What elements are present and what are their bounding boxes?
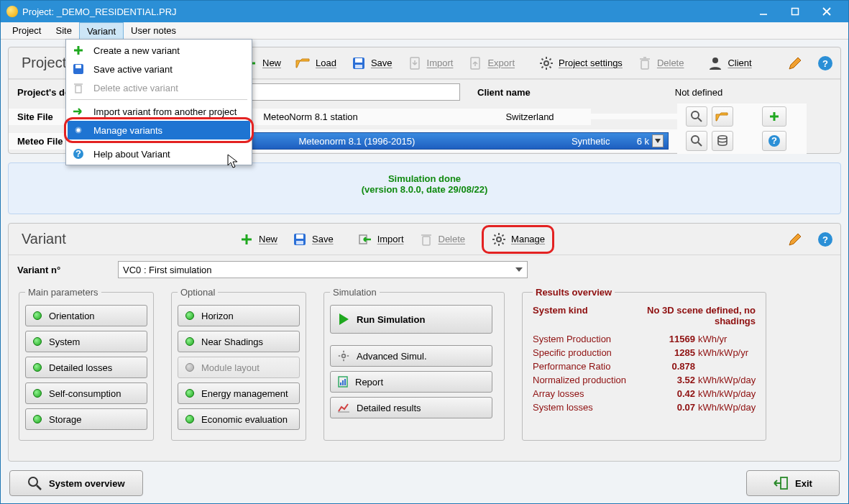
- floppy-icon: [351, 55, 367, 71]
- magnifier-icon: [27, 476, 42, 490]
- svg-point-30: [692, 136, 699, 143]
- menu-create-variant[interactable]: Create a new variant: [68, 41, 250, 60]
- database-icon: [717, 135, 728, 147]
- title-bar: Project: _DEMO_RESIDENTIAL.PRJ: [1, 1, 848, 22]
- status-dot-icon: [185, 415, 194, 423]
- person-icon: [707, 55, 723, 71]
- variant-new-button[interactable]: New: [231, 225, 285, 254]
- variant-dropdown-menu: Create a new variant Save active variant…: [65, 39, 252, 165]
- svg-line-51: [495, 242, 496, 244]
- menu-site[interactable]: Site: [48, 22, 78, 39]
- svg-point-74: [77, 129, 81, 132]
- result-row: Array losses0.42kWh/kWp/day: [533, 388, 756, 399]
- help-icon: ?: [768, 134, 781, 147]
- report-button[interactable]: Report: [330, 371, 492, 393]
- site-country: Switzerland: [469, 109, 591, 125]
- window-maximize-button[interactable]: [779, 1, 811, 22]
- svg-rect-70: [75, 65, 81, 68]
- result-row: System Production11569kWh/yr: [533, 334, 756, 344]
- variant-delete-button[interactable]: Delete: [411, 225, 473, 254]
- variant-toolbar: Variant New Save Import Delete Manage: [9, 224, 840, 255]
- storage-button[interactable]: Storage: [25, 408, 147, 430]
- detailed-results-button[interactable]: Detailed results: [330, 397, 492, 418]
- trash-icon: [418, 232, 434, 247]
- plus-icon: [239, 232, 254, 247]
- svg-rect-61: [342, 380, 344, 385]
- svg-rect-8: [355, 65, 362, 68]
- svg-text:?: ?: [822, 234, 828, 245]
- help-icon: ?: [817, 55, 833, 71]
- svg-line-27: [698, 118, 702, 122]
- bottom-bar: System overview Exit: [1, 466, 848, 503]
- meteo-help-button[interactable]: ?: [762, 131, 786, 151]
- svg-rect-41: [423, 237, 430, 245]
- variant-panel-title: Variant: [9, 231, 231, 247]
- svg-rect-60: [340, 382, 341, 385]
- site-add-button[interactable]: [762, 106, 786, 127]
- svg-line-48: [495, 234, 496, 236]
- client-name-value: Not defined: [591, 84, 807, 101]
- project-edit-button[interactable]: [780, 49, 810, 78]
- run-simulation-button[interactable]: Run Simulation: [330, 305, 492, 334]
- import-arrow-icon: [357, 232, 373, 247]
- near-shadings-button[interactable]: Near Shadings: [178, 331, 300, 352]
- pencil-icon: [787, 232, 803, 247]
- detailed-losses-button[interactable]: Detailed losses: [25, 357, 147, 378]
- variant-groups: Main parameters Orientation System Detai…: [9, 284, 840, 441]
- module-layout-button[interactable]: Module layout: [178, 357, 300, 378]
- menu-delete-active-variant[interactable]: Delete active variant: [68, 78, 250, 97]
- advanced-simulation-button[interactable]: Advanced Simul.: [330, 345, 492, 367]
- project-save-button[interactable]: Save: [344, 49, 400, 78]
- menu-manage-variants[interactable]: Manage variants: [68, 121, 250, 139]
- window-close-button[interactable]: [811, 1, 843, 22]
- system-button[interactable]: System: [25, 331, 147, 352]
- client-name-label: Client name: [469, 84, 591, 101]
- menu-user-notes[interactable]: User notes: [124, 22, 183, 39]
- menu-variant[interactable]: Variant: [79, 22, 124, 39]
- folder-open-icon: [715, 111, 730, 122]
- folder-open-icon: [295, 55, 311, 71]
- menu-save-active-variant[interactable]: Save active variant: [68, 60, 250, 78]
- variant-number-select[interactable]: VC0 : First simulation: [118, 261, 528, 278]
- exit-button[interactable]: Exit: [746, 470, 840, 496]
- site-search-button[interactable]: [686, 106, 707, 127]
- menu-import-variant[interactable]: Import variant from another project: [68, 102, 250, 121]
- chevron-down-icon: [652, 134, 664, 147]
- variant-help-button[interactable]: ?: [810, 225, 840, 254]
- plus-icon: [70, 42, 86, 58]
- svg-text:?: ?: [822, 58, 828, 69]
- gear-icon: [538, 55, 554, 71]
- project-help-button[interactable]: ?: [810, 49, 840, 78]
- variant-manage-button[interactable]: Manage: [482, 225, 554, 254]
- project-load-button[interactable]: Load: [288, 49, 344, 78]
- horizon-button[interactable]: Horizon: [178, 305, 300, 326]
- project-settings-button[interactable]: Project settings: [531, 49, 630, 78]
- simulation-group: Simulation Run Simulation Advanced Simul…: [323, 287, 505, 441]
- gear-icon: [491, 232, 507, 247]
- menu-project[interactable]: Project: [5, 22, 48, 39]
- svg-point-43: [497, 237, 501, 242]
- project-delete-button[interactable]: Delete: [630, 49, 692, 78]
- help-icon: ?: [817, 232, 833, 247]
- menu-help-variant[interactable]: ? Help about Variant: [68, 145, 250, 163]
- import-icon: [407, 55, 423, 71]
- variant-save-button[interactable]: Save: [285, 225, 341, 254]
- self-consumption-button[interactable]: Self-consumption: [25, 382, 147, 404]
- orientation-button[interactable]: Orientation: [25, 305, 147, 326]
- project-client-button[interactable]: Client: [700, 49, 758, 78]
- play-icon: [338, 313, 349, 326]
- variant-edit-button[interactable]: [780, 225, 810, 254]
- site-open-button[interactable]: [712, 106, 733, 127]
- variant-import-button[interactable]: Import: [350, 225, 411, 254]
- meteo-search-button[interactable]: [686, 131, 707, 151]
- result-row: Normalized production3.52kWh/kWp/day: [533, 375, 756, 385]
- app-window: Project: _DEMO_RESIDENTIAL.PRJ Project S…: [0, 0, 849, 504]
- project-import-button[interactable]: Import: [400, 49, 461, 78]
- energy-management-button[interactable]: Energy management: [178, 382, 300, 404]
- status-dot-icon: [33, 389, 42, 398]
- system-overview-button[interactable]: System overview: [9, 470, 143, 496]
- economic-evaluation-button[interactable]: Economic evaluation: [178, 408, 300, 430]
- project-export-button[interactable]: Export: [460, 49, 522, 78]
- window-minimize-button[interactable]: [748, 1, 779, 22]
- meteo-db-button[interactable]: [712, 131, 733, 151]
